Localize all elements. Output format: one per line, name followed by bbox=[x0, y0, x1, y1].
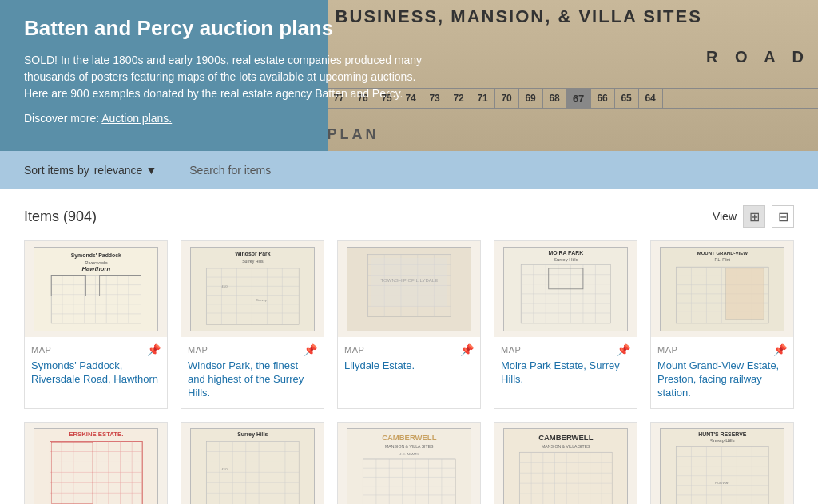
item-type-label: MAP bbox=[657, 345, 677, 355]
map-thumbnail: Symonds' Paddock Riversdale Hawthorn bbox=[34, 247, 159, 331]
item-image: Windsor Park Surrey Hills £10 Survey bbox=[181, 241, 324, 337]
item-type: MAP 📌 bbox=[501, 343, 630, 356]
item-info: MAP 📌 Windsor Park, the finest and highe… bbox=[181, 337, 324, 408]
svg-text:CAMBERWELL: CAMBERWELL bbox=[382, 433, 437, 442]
item-image: Surrey Hills £10 bbox=[181, 423, 324, 504]
item-image: CAMBERWELL MANSION & VILLA SITES J.C. AD… bbox=[338, 423, 480, 504]
item-image: CAMBERWELL MANSION & VILLA SITES bbox=[494, 423, 637, 504]
svg-text:MANSION & VILLA SITES: MANSION & VILLA SITES bbox=[385, 444, 434, 449]
svg-text:F.L. Flint: F.L. Flint bbox=[714, 257, 730, 262]
item-card[interactable]: CAMBERWELL MANSION & VILLA SITES J.C. AD… bbox=[337, 422, 481, 504]
search-input[interactable] bbox=[189, 164, 429, 177]
pin-icon[interactable]: 📌 bbox=[773, 343, 788, 356]
auction-plans-link[interactable]: Auction plans. bbox=[101, 112, 172, 125]
grid-4-icon: ⊞ bbox=[749, 209, 760, 224]
svg-text:£10: £10 bbox=[221, 467, 228, 471]
item-type: MAP 📌 bbox=[188, 343, 317, 356]
item-info: MAP 📌 Lilydale Estate. bbox=[338, 337, 480, 381]
svg-rect-88 bbox=[44, 429, 147, 504]
item-image: TOWNSHIP OF LILYDALE bbox=[338, 241, 480, 337]
pin-icon[interactable]: 📌 bbox=[304, 343, 318, 356]
view-label: View bbox=[713, 210, 737, 223]
svg-text:Surrey Hills: Surrey Hills bbox=[237, 431, 268, 438]
svg-text:CAMBERWELL: CAMBERWELL bbox=[538, 433, 594, 442]
sort-arrow-icon: ▼ bbox=[145, 164, 157, 177]
map-thumbnail: MOIRA PARK Surrey Hills bbox=[503, 247, 629, 331]
item-type-label: MAP bbox=[188, 345, 208, 355]
svg-rect-87 bbox=[725, 268, 763, 320]
view-list-button[interactable]: ⊟ bbox=[772, 205, 794, 228]
map-thumbnail: TOWNSHIP OF LILYDALE bbox=[347, 247, 472, 331]
items-count: Items (904) bbox=[24, 208, 97, 225]
sort-value: relevance bbox=[94, 164, 143, 177]
item-title[interactable]: Symonds' Paddock, Riversdale Road, Hawth… bbox=[31, 359, 161, 387]
item-card[interactable]: Symonds' Paddock Riversdale Hawthorn MAP… bbox=[24, 240, 168, 409]
item-card[interactable]: TOWNSHIP OF LILYDALE MAP 📌 Lilydale Esta… bbox=[337, 240, 481, 409]
svg-text:MOIRA PARK: MOIRA PARK bbox=[548, 250, 583, 256]
main-content: Items (904) View ⊞ ⊟ Symonds' Paddock Ri… bbox=[0, 189, 818, 504]
svg-text:Surrey Hills: Surrey Hills bbox=[710, 439, 735, 443]
item-type-label: MAP bbox=[344, 345, 364, 355]
discover-more: Discover more: Auction plans. bbox=[24, 110, 439, 127]
page-title: Batten and Percy auction plans bbox=[24, 16, 439, 41]
page-header: BUSINESS, MANSION, & VILLA SITES R O A D… bbox=[0, 0, 818, 151]
item-info: MAP 📌 Mount Grand-View Estate, Preston, … bbox=[651, 337, 793, 408]
pin-icon[interactable]: 📌 bbox=[147, 343, 161, 356]
item-title[interactable]: Lilydale Estate. bbox=[344, 359, 474, 373]
sort-section: Sort items by relevance ▼ bbox=[24, 164, 157, 177]
item-type: MAP 📌 bbox=[657, 343, 787, 356]
svg-text:Surrey Hills: Surrey Hills bbox=[242, 259, 264, 264]
item-card[interactable]: MOUNT GRAND-VIEW F.L. Flint MAP 📌 Mount … bbox=[650, 240, 794, 409]
toolbar-divider bbox=[173, 159, 173, 181]
item-image: ERSKINE ESTATE. bbox=[25, 423, 167, 504]
item-type: MAP 📌 bbox=[31, 343, 161, 356]
sort-label: Sort items by bbox=[24, 164, 89, 177]
item-image: HUNT'S RESERVE Surrey Hills RODWAY bbox=[651, 423, 793, 504]
map-thumbnail: HUNT'S RESERVE Surrey Hills RODWAY bbox=[660, 428, 785, 504]
item-info: MAP 📌 Moira Park Estate, Surrey Hills. bbox=[494, 337, 637, 395]
item-type-label: MAP bbox=[31, 345, 51, 355]
item-type: MAP 📌 bbox=[344, 343, 474, 356]
svg-text:Surrey Hills: Surrey Hills bbox=[554, 257, 578, 262]
view-controls: View ⊞ ⊟ bbox=[713, 205, 794, 228]
item-title[interactable]: Mount Grand-View Estate, Preston, facing… bbox=[657, 359, 787, 400]
svg-text:Hawthorn: Hawthorn bbox=[81, 266, 110, 273]
svg-text:ERSKINE ESTATE.: ERSKINE ESTATE. bbox=[69, 431, 123, 438]
item-card[interactable]: HUNT'S RESERVE Surrey Hills RODWAY MAP 📌… bbox=[650, 422, 794, 504]
items-header: Items (904) View ⊞ ⊟ bbox=[24, 205, 794, 228]
map-thumbnail: Windsor Park Surrey Hills £10 Survey bbox=[190, 247, 316, 331]
svg-rect-106 bbox=[201, 429, 304, 504]
map-thumbnail: CAMBERWELL MANSION & VILLA SITES bbox=[503, 428, 629, 504]
svg-text:MANSION & VILLA SITES: MANSION & VILLA SITES bbox=[542, 444, 590, 449]
svg-text:Riversdale: Riversdale bbox=[85, 260, 108, 265]
item-type-label: MAP bbox=[501, 345, 521, 355]
item-card[interactable]: MOIRA PARK Surrey Hills MAP 📌 Moira Park… bbox=[494, 240, 637, 409]
items-grid: Symonds' Paddock Riversdale Hawthorn MAP… bbox=[24, 240, 794, 504]
item-image: MOIRA PARK Surrey Hills bbox=[494, 241, 637, 337]
pin-icon[interactable]: 📌 bbox=[617, 343, 631, 356]
item-card[interactable]: Surrey Hills £10 MAP 📌 Albion Heights, S… bbox=[181, 422, 324, 504]
map-thumbnail: ERSKINE ESTATE. bbox=[34, 428, 159, 504]
item-title[interactable]: Windsor Park, the finest and highest of … bbox=[188, 359, 317, 400]
svg-text:J.C. ADAMS: J.C. ADAMS bbox=[399, 452, 419, 456]
view-grid-button[interactable]: ⊞ bbox=[743, 205, 765, 228]
item-title[interactable]: Moira Park Estate, Surrey Hills. bbox=[501, 359, 630, 387]
svg-text:£10: £10 bbox=[221, 284, 228, 288]
toolbar: Sort items by relevance ▼ bbox=[0, 151, 818, 189]
svg-text:RODWAY: RODWAY bbox=[715, 481, 730, 485]
svg-text:HUNT'S RESERVE: HUNT'S RESERVE bbox=[698, 431, 746, 437]
map-thumbnail: CAMBERWELL MANSION & VILLA SITES J.C. AD… bbox=[347, 428, 472, 504]
grid-2-icon: ⊟ bbox=[778, 209, 788, 224]
item-image: MOUNT GRAND-VIEW F.L. Flint bbox=[651, 241, 793, 337]
sort-select[interactable]: relevance ▼ bbox=[94, 164, 157, 177]
item-card[interactable]: CAMBERWELL MANSION & VILLA SITES MAP 📌 C… bbox=[494, 422, 637, 504]
svg-text:MOUNT GRAND-VIEW: MOUNT GRAND-VIEW bbox=[697, 251, 748, 256]
svg-text:Symonds' Paddock: Symonds' Paddock bbox=[70, 252, 121, 259]
item-card[interactable]: ERSKINE ESTATE. MAP 📌 Plan of subdivisio… bbox=[24, 422, 168, 504]
item-image: Symonds' Paddock Riversdale Hawthorn bbox=[25, 241, 167, 337]
pin-icon[interactable]: 📌 bbox=[460, 343, 475, 356]
item-card[interactable]: Windsor Park Surrey Hills £10 Survey MAP… bbox=[181, 240, 324, 409]
header-content: Batten and Percy auction plans SOLD! In … bbox=[24, 16, 439, 135]
header-description: SOLD! In the late 1800s and early 1900s,… bbox=[24, 52, 439, 102]
svg-text:Survey: Survey bbox=[256, 299, 267, 303]
